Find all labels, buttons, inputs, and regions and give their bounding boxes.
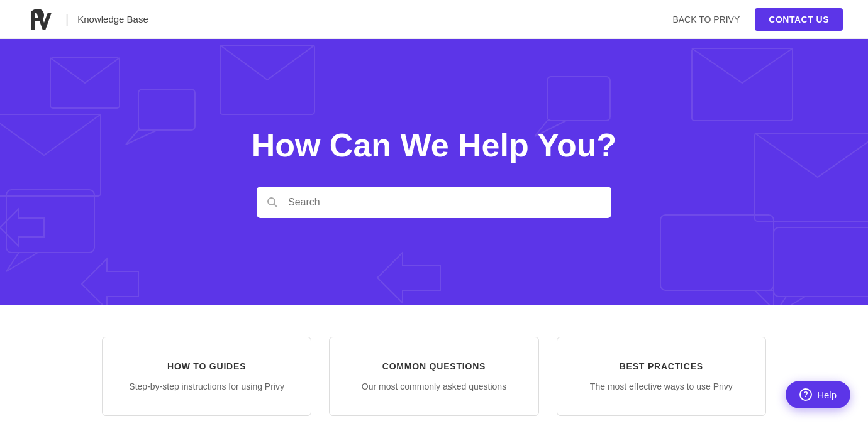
svg-marker-11 — [82, 259, 138, 305]
common-questions-title: COMMON QUESTIONS — [347, 361, 520, 371]
navbar-right: BACK TO PRIVY CONTACT US — [672, 8, 843, 31]
best-practices-title: BEST PRACTICES — [575, 361, 748, 371]
svg-rect-12 — [547, 77, 610, 121]
knowledge-base-label: Knowledge Base — [77, 14, 148, 25]
svg-rect-14 — [138, 89, 195, 130]
svg-rect-5 — [220, 45, 314, 114]
svg-rect-6 — [692, 48, 793, 121]
cards-section: HOW TO GUIDES Step-by-step instructions … — [0, 305, 868, 426]
contact-us-button[interactable]: CONTACT US — [755, 8, 843, 31]
best-practices-card[interactable]: BEST PRACTICES The most effective ways t… — [557, 337, 766, 416]
nav-divider: | — [65, 12, 69, 26]
svg-marker-10 — [377, 253, 440, 303]
svg-rect-16 — [774, 227, 868, 297]
svg-rect-7 — [755, 133, 868, 221]
svg-rect-2 — [6, 190, 94, 253]
common-questions-card[interactable]: COMMON QUESTIONS Our most commonly asked… — [329, 337, 538, 416]
how-to-guides-card[interactable]: HOW TO GUIDES Step-by-step instructions … — [102, 337, 311, 416]
help-button-label: Help — [817, 390, 837, 400]
common-questions-desc: Our most commonly asked questions — [347, 381, 520, 391]
svg-marker-9 — [755, 290, 774, 305]
best-practices-desc: The most effective ways to use Privy — [575, 381, 748, 391]
help-button[interactable]: ? Help — [786, 381, 850, 408]
back-to-privy-link[interactable]: BACK TO PRIVY — [672, 14, 740, 25]
svg-rect-0 — [0, 114, 101, 196]
svg-marker-4 — [0, 209, 44, 246]
hero-section: How Can We Help You? — [0, 39, 868, 305]
navbar-left: | Knowledge Base — [25, 8, 148, 31]
search-container — [257, 187, 611, 218]
svg-marker-3 — [6, 253, 38, 271]
search-icon — [267, 197, 278, 208]
svg-rect-8 — [660, 215, 774, 290]
search-input[interactable] — [257, 187, 611, 218]
how-to-guides-desc: Step-by-step instructions for using Priv… — [120, 381, 293, 391]
navbar: | Knowledge Base BACK TO PRIVY CONTACT U… — [0, 0, 868, 39]
svg-rect-1 — [50, 58, 120, 108]
hero-title: How Can We Help You? — [252, 126, 617, 164]
svg-line-19 — [274, 204, 277, 207]
svg-marker-15 — [126, 130, 157, 145]
how-to-guides-title: HOW TO GUIDES — [120, 361, 293, 371]
privy-logo — [25, 8, 57, 31]
svg-marker-17 — [774, 297, 805, 305]
hero-background-shapes — [0, 39, 868, 305]
help-circle-icon: ? — [799, 388, 812, 401]
